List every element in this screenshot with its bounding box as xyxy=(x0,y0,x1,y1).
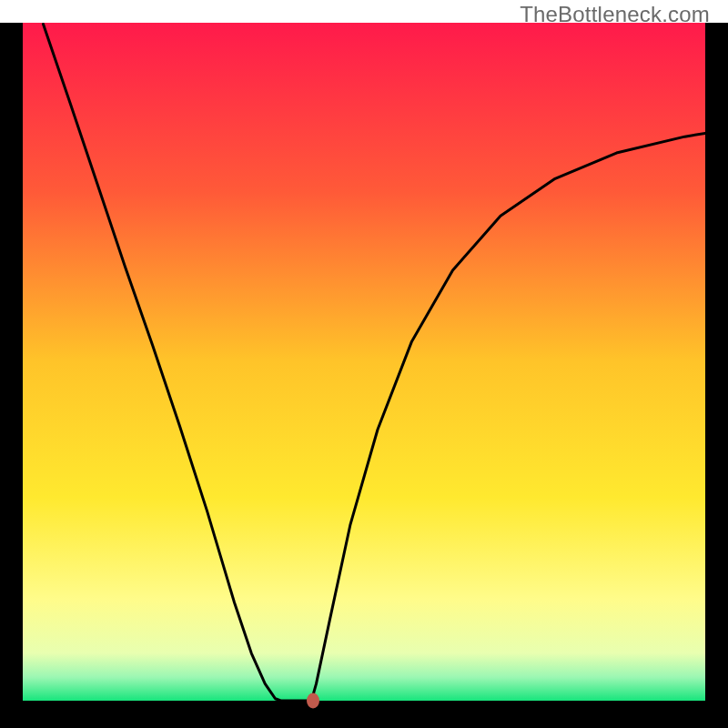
chart-svg xyxy=(23,23,705,701)
chart-background xyxy=(23,23,705,701)
watermark-text: TheBottleneck.com xyxy=(520,2,710,27)
chart-container: TheBottleneck.com xyxy=(0,0,728,728)
curve-minimum-marker xyxy=(307,693,319,709)
plot-area xyxy=(23,23,705,701)
chart-black-frame xyxy=(0,23,728,728)
